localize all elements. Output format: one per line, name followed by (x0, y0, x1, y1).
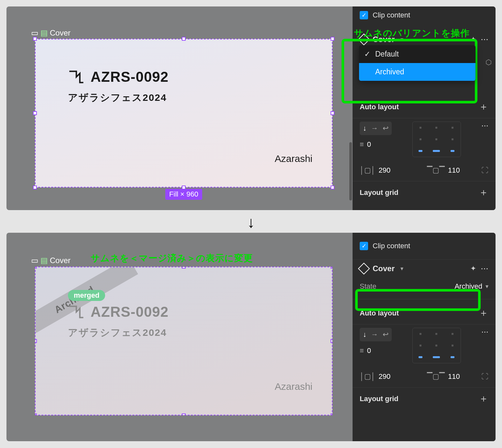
card-ja-title: アザラシフェス2024 (68, 326, 312, 339)
cover-frame-selection[interactable]: AZRS-0092 アザラシフェス2024 Azarashi Fill × 96… (35, 39, 333, 187)
logo-icon (68, 69, 85, 85)
cover-frame-selection[interactable]: Archived merged AZRS-0092 アザラシフェス2024 Az… (35, 267, 333, 415)
padding-horizontal[interactable]: │▢│290 (360, 166, 421, 175)
padding-horizontal[interactable]: │▢│290 (360, 372, 421, 381)
annotation-text-top: サムネのバリアントを操作 (354, 27, 470, 39)
annotation-text-bottom: サムネを＜マージ済み＞の表示に変更 (91, 252, 253, 264)
swap-instance-icon[interactable]: ✦ (470, 35, 476, 44)
independent-padding-icon[interactable]: ⛶ (481, 166, 488, 175)
frame-name: Cover (50, 256, 71, 265)
card-code: AZRS-0092 (91, 69, 169, 85)
clip-content-label: Clip content (373, 11, 410, 19)
padding-h-icon: │▢│ (360, 166, 376, 175)
gap-value[interactable]: 0 (367, 347, 371, 355)
more-icon[interactable]: ⋯ (481, 122, 488, 130)
logo-icon (68, 304, 85, 320)
padding-vertical[interactable]: ▔▢▔110⛶ (427, 372, 488, 381)
size-indicator[interactable]: Fill × 960 (165, 189, 202, 200)
more-icon[interactable]: ⋯ (481, 35, 488, 44)
section-title: Layout grid (360, 188, 398, 197)
figma-screenshot-after: ▭ ▤ Cover サムネを＜マージ済み＞の表示に変更 Archived mer… (6, 233, 496, 441)
card-content: merged AZRS-0092 アザラシフェス2024 Azarashi (36, 267, 332, 415)
gap-value[interactable]: 0 (367, 140, 371, 149)
card-byline: Azarashi (275, 153, 312, 164)
padding-v-icon: ▔▢▔ (427, 372, 445, 381)
gap-icon: ≡ (360, 140, 364, 149)
padding-v-icon: ▔▢▔ (427, 166, 445, 175)
merged-badge: merged (68, 290, 105, 301)
variant-dropdown: ✓ Default Archived (359, 45, 475, 81)
section-title: Layout grid (360, 395, 398, 403)
add-auto-layout-button[interactable]: ＋ (479, 306, 488, 320)
variant-option-archived[interactable]: Archived (359, 63, 475, 81)
clip-content-row[interactable]: ✓ Clip content (353, 233, 496, 260)
canvas-area[interactable]: ▭ ▤ Cover サムネを＜マージ済み＞の表示に変更 Archived mer… (6, 233, 353, 441)
chevron-down-icon: ▾ (400, 265, 403, 272)
clip-content-label: Clip content (373, 242, 410, 250)
wrap-icon[interactable]: ↩ (383, 124, 388, 133)
alignment-box[interactable] (412, 328, 461, 363)
more-icon[interactable]: ⋯ (481, 328, 488, 336)
component-name: Cover (373, 264, 395, 273)
component-icon: ▤ (40, 256, 48, 265)
arrow-down-icon: ↓ (247, 213, 255, 231)
swap-instance-icon[interactable]: ✦ (470, 264, 476, 273)
clip-content-checkbox[interactable]: ✓ (360, 242, 368, 250)
direction-right-icon[interactable]: → (371, 330, 378, 339)
section-title: Auto layout (360, 103, 399, 111)
layout-grid-section-header: Layout grid ＋ (353, 181, 496, 204)
auto-layout-controls: ↓ → ↩ ≡0 ⋯ (353, 325, 496, 370)
wrap-icon[interactable]: ↩ (383, 330, 388, 339)
variant-option-label: Default (375, 50, 399, 58)
layout-grid-section-header: Layout grid ＋ (353, 387, 496, 410)
add-auto-layout-button[interactable]: ＋ (479, 100, 488, 113)
component-icon: ▤ (40, 28, 48, 37)
auto-layout-section-header: Auto layout ＋ (353, 299, 496, 325)
scrollbar-thumb[interactable] (349, 142, 352, 200)
clip-content-row[interactable]: ✓ Clip content (353, 6, 496, 24)
direction-toggle[interactable]: ↓ → ↩ (360, 122, 392, 135)
state-property-row[interactable]: State Archived▾ (353, 278, 496, 295)
add-layout-grid-button[interactable]: ＋ (479, 392, 488, 405)
frame-icon: ▭ (31, 256, 38, 265)
check-icon: ✓ (364, 50, 370, 59)
component-instance-row[interactable]: Cover ▾ ✦ ⋯ (353, 260, 496, 278)
state-prop-value[interactable]: Archived▾ (454, 282, 488, 291)
padding-v-value: 110 (448, 166, 460, 175)
frame-icon: ▭ (31, 28, 38, 37)
independent-padding-icon[interactable]: ⛶ (481, 372, 488, 381)
variable-hex-icon[interactable]: ⬡ (486, 58, 492, 67)
padding-v-value: 110 (448, 372, 460, 381)
variant-option-default[interactable]: ✓ Default (359, 45, 475, 63)
frame-name: Cover (50, 28, 71, 37)
figma-screenshot-before: ▭ ▤ Cover AZRS-0092 アザラシフェス2024 Aza (6, 6, 496, 210)
state-prop-label: State (360, 282, 376, 291)
canvas-area[interactable]: ▭ ▤ Cover AZRS-0092 アザラシフェス2024 Aza (6, 6, 353, 210)
gap-icon: ≡ (360, 347, 364, 355)
padding-vertical[interactable]: ▔▢▔110⛶ (427, 166, 488, 175)
variant-option-label: Archived (375, 68, 404, 76)
card-byline: Azarashi (275, 381, 312, 392)
card-content: AZRS-0092 アザラシフェス2024 Azarashi (36, 39, 332, 187)
instance-icon (358, 263, 370, 275)
direction-right-icon[interactable]: → (371, 124, 378, 133)
card-ja-title: アザラシフェス2024 (68, 91, 312, 104)
padding-h-value: 290 (379, 166, 391, 175)
card-code: AZRS-0092 (91, 304, 169, 320)
direction-toggle[interactable]: ↓ → ↩ (360, 328, 392, 341)
direction-down-icon[interactable]: ↓ (363, 330, 366, 339)
padding-h-value: 290 (379, 372, 391, 381)
clip-content-checkbox[interactable]: ✓ (360, 11, 368, 19)
inspector-panel: ✓ Clip content Cover ▾ ✦ ⋯ State Archive… (353, 233, 496, 441)
chevron-down-icon: ▾ (486, 283, 488, 290)
frame-label[interactable]: ▭ ▤ Cover (31, 28, 71, 37)
auto-layout-controls: ↓ → ↩ ≡0 ⋯ (353, 118, 496, 164)
alignment-box[interactable] (412, 122, 461, 157)
frame-label[interactable]: ▭ ▤ Cover (31, 256, 71, 265)
more-icon[interactable]: ⋯ (481, 264, 488, 273)
padding-h-icon: │▢│ (360, 372, 376, 381)
section-title: Auto layout (360, 309, 399, 317)
add-layout-grid-button[interactable]: ＋ (479, 186, 488, 199)
direction-down-icon[interactable]: ↓ (363, 124, 366, 133)
auto-layout-section-header: Auto layout ＋ (353, 87, 496, 118)
